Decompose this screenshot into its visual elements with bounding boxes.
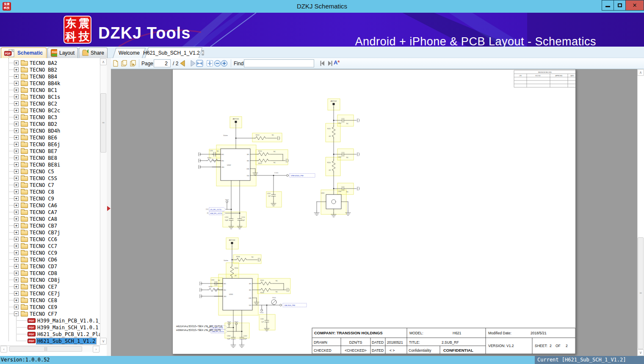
sidebar-item-tecno-ce9[interactable]: +TECNO CE9 [0,304,100,311]
sidebar-item-tecno-ce7[interactable]: +TECNO CE7 [0,283,100,290]
tab-welcome[interactable]: Welcome [114,48,144,58]
expand-icon[interactable]: + [14,257,19,262]
sidebar-item-tecno-ca6[interactable]: +TECNO CA6 [0,202,100,209]
find-previous-icon[interactable] [319,60,326,67]
splitter-collapse-icon[interactable] [107,206,111,211]
sidebar-item-tecno-bb4[interactable]: +TECNO BB4 [0,73,100,80]
expand-icon[interactable]: + [14,94,19,99]
sidebar-scrollbar-horizontal[interactable]: ‹ ||| › [0,345,100,352]
tab-document-active[interactable]: H621_Sub_SCH_1_V1.2 × [146,47,201,58]
expand-icon[interactable]: + [14,230,19,235]
document-viewport[interactable]: REVISION RECORD LTR ECO NO. APPROVED DAT… [111,69,644,356]
expand-icon[interactable]: + [14,128,19,133]
sidebar-item-tecno-cd8j[interactable]: +TECNO CD8j [0,277,100,283]
sidebar-item-tecno-c8[interactable]: +TECNO C8 [0,189,100,195]
sidebar-file-3[interactable]: PDFH621_Sub_SCH_1_V1.2 [0,338,100,345]
expand-icon[interactable]: + [14,250,19,255]
sidebar-item-tecno-bc1s[interactable]: +TECNO BC1s [0,94,100,100]
sidebar-item-tecno-bb4k[interactable]: +TECNO BB4k [0,80,100,87]
expand-icon[interactable]: + [14,203,19,208]
sidebar-item-tecno-cc6[interactable]: +TECNO CC6 [0,236,100,243]
zoom-out-button[interactable] [214,60,221,67]
snapshot-button[interactable] [130,60,137,67]
previous-page-button[interactable] [179,60,186,67]
sidebar-item-tecno-be8i[interactable]: +TECNO BE8i [0,161,100,168]
expand-icon[interactable]: + [14,298,19,303]
sidebar-item-tecno-c7[interactable]: +TECNO C7 [0,182,100,189]
tab-schematic[interactable]: PDF Schematic [1,47,47,58]
sidebar-item-tecno-cb7j[interactable]: +TECNO CB7j [0,229,100,236]
find-next-icon[interactable] [326,60,334,67]
collapse-icon[interactable]: − [14,311,19,316]
expand-icon[interactable]: + [14,115,19,119]
expand-icon[interactable]: + [14,189,19,194]
sidebar-scrollbar-vertical[interactable]: ∧ ≡ ∨ [100,58,107,345]
sidebar-item-tecno-bd2[interactable]: +TECNO BD2 [0,121,100,128]
scroll-down-icon[interactable]: ∨ [100,338,107,345]
expand-icon[interactable]: + [14,196,19,201]
pdf-page[interactable]: REVISION RECORD LTR ECO NO. APPROVED DAT… [172,69,576,354]
sidebar-item-tecno-cd6[interactable]: +TECNO CD6 [0,256,100,263]
sidebar-item-tecno-ce7j[interactable]: +TECNO CE7j [0,290,100,297]
expand-icon[interactable]: + [14,264,19,269]
expand-icon[interactable]: + [14,210,19,214]
scroll-right-icon[interactable]: › [93,346,100,353]
close-button[interactable]: ✕ [625,0,644,11]
copy-pages-button[interactable] [121,60,128,67]
expand-icon[interactable]: + [14,122,19,126]
fit-page-button[interactable] [206,60,213,67]
tab-share[interactable]: Share [79,47,108,58]
sidebar-file-2[interactable]: PDFH621_Sub_PCB_V1.2_Placeme [0,331,100,338]
zoom-in-button[interactable] [221,60,228,67]
sidebar-item-tecno-ba2[interactable]: +TECNO BA2 [0,60,100,67]
sidebar-file-0[interactable]: PDFH399_Main_PCB_V1.0.1_Plac [0,317,100,324]
sidebar-item-tecno-cd8[interactable]: +TECNO CD8 [0,270,100,277]
sidebar-item-tecno-be6j[interactable]: +TECNO BE6j [0,141,100,148]
sidebar-item-tecno-bc3[interactable]: +TECNO BC3 [0,114,100,121]
sidebar-item-tecno-c9[interactable]: +TECNO C9 [0,195,100,202]
expand-icon[interactable]: + [14,278,19,282]
expand-icon[interactable]: + [14,223,19,228]
expand-icon[interactable]: + [14,284,19,289]
expand-icon[interactable]: + [14,169,19,174]
sidebar-item-tecno-ca7[interactable]: +TECNO CA7 [0,209,100,216]
font-size-icon[interactable]: Aa [334,59,340,66]
expand-icon[interactable]: + [14,162,19,167]
sidebar-item-tecno-be8[interactable]: +TECNO BE8 [0,155,100,161]
expand-icon[interactable]: + [14,183,19,187]
minimize-button[interactable] [602,0,614,11]
sidebar-item-tecno-bc1[interactable]: +TECNO BC1 [0,87,100,94]
scroll-down-icon[interactable]: ∨ [637,349,644,356]
copy-page-button[interactable] [112,60,119,67]
expand-icon[interactable]: + [14,305,19,309]
scrollbar-thumb[interactable]: ||| [9,346,82,352]
fit-width-button[interactable] [196,60,203,67]
sidebar-item-tecno-bb2[interactable]: +TECNO BB2 [0,67,100,73]
sidebar-item-tecno-cb7[interactable]: +TECNO CB7 [0,222,100,229]
sidebar-item-tecno-bc2[interactable]: +TECNO BC2 [0,100,100,107]
file-tree[interactable]: +TECNO BA2+TECNO BB2+TECNO BB4+TECNO BB4… [0,58,100,345]
close-tab-icon[interactable]: × [202,50,204,56]
expand-icon[interactable]: + [14,81,19,86]
next-page-button[interactable] [189,60,196,67]
sidebar-item-tecno-c5[interactable]: +TECNO C5 [0,168,100,175]
scrollbar-thumb[interactable]: ≡ [100,93,106,153]
sidebar-item-tecno-bc2c[interactable]: +TECNO BC2c [0,107,100,114]
expand-icon[interactable]: + [14,108,19,113]
expand-icon[interactable]: + [14,149,19,153]
scroll-up-icon[interactable]: ∧ [100,58,107,65]
sidebar-item-tecno-cc7[interactable]: +TECNO CC7 [0,243,100,250]
expand-icon[interactable]: + [14,61,19,65]
page-number-input[interactable] [154,59,171,67]
sidebar-item-tecno-be7[interactable]: +TECNO BE7 [0,148,100,155]
expand-icon[interactable]: + [14,156,19,160]
expand-icon[interactable]: + [14,74,19,79]
expand-icon[interactable]: + [14,142,19,147]
expand-icon[interactable]: + [14,88,19,92]
expand-icon[interactable]: + [14,101,19,106]
viewer-scrollbar-vertical[interactable]: ∧ ≡ ∨ [637,69,644,356]
sidebar-item-tecno-be6[interactable]: +TECNO BE6 [0,134,100,141]
scrollbar-thumb[interactable]: ≡ [638,237,644,349]
expand-icon[interactable]: + [14,237,19,242]
sidebar-item-tecno-ca8[interactable]: +TECNO CA8 [0,216,100,222]
